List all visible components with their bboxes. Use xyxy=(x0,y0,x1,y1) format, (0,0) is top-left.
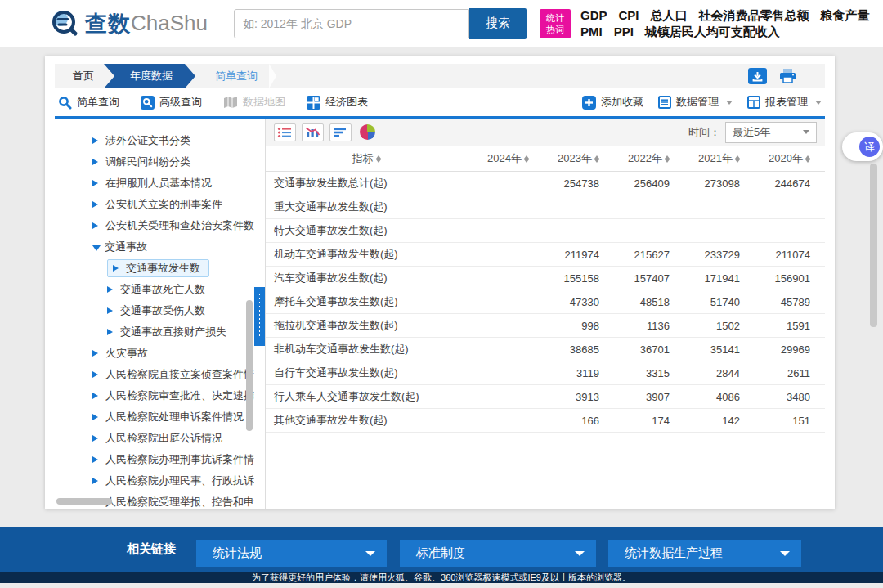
triangle-down-icon[interactable] xyxy=(92,245,101,251)
sidebar-item[interactable]: 交通事故受伤人数 xyxy=(55,300,254,321)
data-manage-menu[interactable]: 数据管理 xyxy=(658,95,733,110)
triangle-right-icon[interactable] xyxy=(92,350,101,357)
column-header-year[interactable]: 2022年 xyxy=(607,151,678,166)
triangle-right-icon[interactable] xyxy=(107,286,116,293)
table-body: 交通事故发生数总计(起)254738256409273098244674重大交通… xyxy=(266,172,825,433)
search-button[interactable]: 搜索 xyxy=(469,8,527,39)
page-scrollbar[interactable] xyxy=(870,164,877,327)
translate-icon[interactable]: 译 xyxy=(859,137,880,157)
splitter-handle-icon[interactable] xyxy=(254,287,265,346)
footer-dropdown-statistics-regulations[interactable]: 统计法规 xyxy=(196,540,387,567)
table-row[interactable]: 非机动车交通事故发生数(起)38685367013514129969 xyxy=(266,338,825,361)
download-icon[interactable] xyxy=(748,68,767,84)
bar-chart-view-icon[interactable] xyxy=(302,123,324,141)
hot-word-link[interactable]: PPI xyxy=(614,25,634,38)
hot-word-link[interactable]: 粮食产量 xyxy=(821,8,870,22)
chevron-down-icon xyxy=(815,101,822,105)
table-row[interactable]: 机动车交通事故发生数(起)211974215627233729211074 xyxy=(266,243,825,267)
hot-word-link[interactable]: CPI xyxy=(618,8,639,22)
value-cell: 45789 xyxy=(748,296,818,308)
sidebar-item[interactable]: 调解民间纠纷分类 xyxy=(55,151,254,173)
sidebar-item[interactable]: 人民检察院办理民事、行政抗诉案 xyxy=(55,470,254,491)
hot-word-link[interactable]: 社会消费品零售总额 xyxy=(699,8,809,22)
sidebar-item[interactable]: 交通事故死亡人数 xyxy=(55,279,254,300)
bar-rank-view-icon[interactable] xyxy=(329,123,352,141)
triangle-right-icon[interactable] xyxy=(92,159,101,165)
triangle-right-icon[interactable] xyxy=(92,393,101,399)
sidebar-item-label: 人民检察院受理举报、控告和申诉 xyxy=(105,495,254,509)
sidebar-item[interactable]: 交通事故直接财产损失 xyxy=(55,321,254,343)
sidebar-item[interactable]: 公安机关立案的刑事案件 xyxy=(55,194,254,215)
footer-dropdown-data-production[interactable]: 统计数据生产过程 xyxy=(608,540,801,567)
column-header-year[interactable]: 2023年 xyxy=(537,151,607,166)
table-row[interactable]: 重大交通事故发生数(起) xyxy=(266,195,825,219)
table-row[interactable]: 汽车交通事故发生数(起)155158157407171941156901 xyxy=(266,267,825,290)
triangle-right-icon[interactable] xyxy=(92,137,101,144)
sidebar-item[interactable]: 人民检察院处理申诉案件情况 xyxy=(55,406,254,428)
column-header-year[interactable]: 2020年 xyxy=(748,151,818,166)
sidebar-item[interactable]: 人民检察院直接立案侦查案件情况 xyxy=(55,364,254,385)
report-manage-menu[interactable]: 报表管理 xyxy=(747,95,822,110)
sidebar-item[interactable]: 人民检察院办理刑事抗诉案件情况 xyxy=(55,449,254,470)
table-row[interactable]: 行人乘车人交通事故发生数(起)3913390740863480 xyxy=(266,385,825,409)
triangle-right-icon[interactable] xyxy=(92,456,101,463)
triangle-right-icon[interactable] xyxy=(107,307,116,314)
hot-word-link[interactable]: PMI xyxy=(580,25,603,38)
footer-links-bar: 相关链接 统计法规 标准制度 统计数据生产过程 xyxy=(0,527,883,572)
brand-logo[interactable]: 查数 ChaShu xyxy=(49,8,208,39)
sidebar-item[interactable]: 交通事故发生数 xyxy=(55,258,254,279)
hot-word-link[interactable]: GDP xyxy=(580,8,607,22)
tree-horizontal-scrollbar[interactable] xyxy=(56,498,112,505)
sidebar-item[interactable]: 人民检察院出庭公诉情况 xyxy=(55,428,254,449)
tab-annual-data[interactable]: 年度数据 xyxy=(104,64,195,88)
tab-home[interactable]: 首页 xyxy=(55,64,112,88)
time-range-select[interactable]: 最近5年 xyxy=(725,122,817,143)
triangle-right-icon[interactable] xyxy=(92,201,101,208)
footer-dropdown-standards[interactable]: 标准制度 xyxy=(400,540,596,567)
toolbar-advanced-query[interactable]: 高级查询 xyxy=(141,95,202,110)
hot-word-link[interactable]: 城镇居民人均可支配收入 xyxy=(645,25,780,38)
toolbar-data-map[interactable]: 数据地图 xyxy=(223,95,285,110)
sidebar-item[interactable]: 火灾事故 xyxy=(55,343,254,364)
triangle-right-icon[interactable] xyxy=(92,478,101,484)
value-cell: 4086 xyxy=(678,391,748,403)
print-icon[interactable] xyxy=(778,68,797,84)
triangle-right-icon[interactable] xyxy=(92,371,101,378)
value-cell: 157407 xyxy=(607,272,678,285)
hot-word-link[interactable]: 总人口 xyxy=(651,8,688,22)
sidebar-item-label: 交通事故直接财产损失 xyxy=(120,325,226,339)
table-row[interactable]: 摩托车交通事故发生数(起)47330485185174045789 xyxy=(266,290,825,314)
tab-simple-query[interactable]: 简单查询 xyxy=(195,64,267,88)
column-header-year[interactable]: 2021年 xyxy=(678,151,748,166)
add-favorite-button[interactable]: 添加收藏 xyxy=(582,95,643,110)
table-row[interactable]: 特大交通事故发生数(起) xyxy=(266,219,825,243)
table-header: 指标 2024年 2023年 2022年 2021年 xyxy=(266,146,825,172)
triangle-right-icon[interactable] xyxy=(113,265,122,272)
triangle-right-icon[interactable] xyxy=(107,329,116,335)
table-row[interactable]: 交通事故发生数总计(起)254738256409273098244674 xyxy=(266,172,825,195)
triangle-right-icon[interactable] xyxy=(92,222,101,229)
value-cell: 211974 xyxy=(537,249,607,261)
column-header-year[interactable]: 2024年 xyxy=(467,151,537,166)
sidebar-item[interactable]: 人民检察院审查批准、决定逮捕犯 xyxy=(55,385,254,406)
sidebar-item[interactable]: 公安机关受理和查处治安案件数 xyxy=(55,215,254,236)
triangle-right-icon[interactable] xyxy=(92,414,101,420)
triangle-right-icon[interactable] xyxy=(92,435,101,442)
sidebar-item[interactable]: 涉外公证文书分类 xyxy=(55,130,254,151)
toolbar-economic-charts[interactable]: 经济图表 xyxy=(307,95,368,110)
table-row[interactable]: 自行车交通事故发生数(起)3119331528442611 xyxy=(266,361,825,385)
column-header-indicator[interactable]: 指标 xyxy=(266,151,467,166)
toolbar-simple-query[interactable]: 简单查询 xyxy=(58,95,119,110)
table-row[interactable]: 其他交通事故发生数(起)166174142151 xyxy=(266,409,825,433)
sidebar-item[interactable]: 在押服刑人员基本情况 xyxy=(55,173,254,194)
translate-widget[interactable]: 译 xyxy=(842,132,883,161)
triangle-right-icon[interactable] xyxy=(92,180,101,186)
tree-vertical-scrollbar[interactable] xyxy=(246,300,253,431)
sidebar-item[interactable]: 交通事故 xyxy=(55,236,254,258)
value-cell: 156901 xyxy=(748,272,818,285)
search-input[interactable] xyxy=(234,9,469,38)
table-row[interactable]: 拖拉机交通事故发生数(起)998113615021591 xyxy=(266,314,825,338)
pie-chart-view-icon[interactable] xyxy=(360,124,375,140)
list-view-icon[interactable] xyxy=(274,123,296,141)
panel-splitter[interactable] xyxy=(254,119,265,509)
